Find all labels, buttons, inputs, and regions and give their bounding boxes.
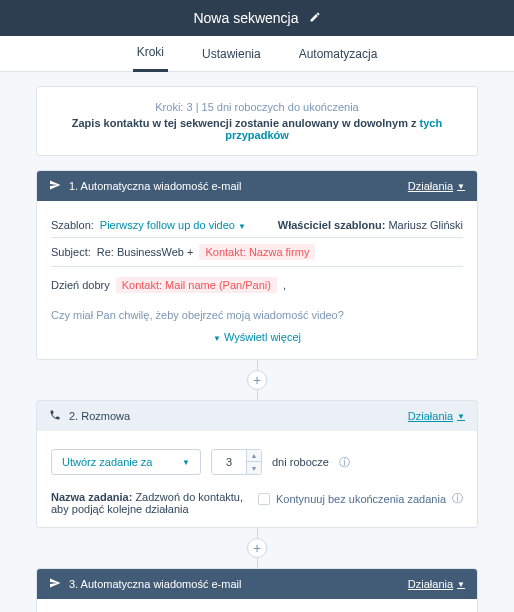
step-1-header: 1. Automatyczna wiadomość e-mail Działan… (37, 171, 477, 201)
paper-plane-icon (49, 577, 61, 591)
tab-automation[interactable]: Automatyzacja (295, 37, 382, 71)
info-icon[interactable]: ⓘ (452, 491, 463, 506)
topbar: Nowa sekwencja (0, 0, 514, 36)
add-step-button[interactable]: + (247, 370, 267, 390)
tabs: Kroki Ustawienia Automatyzacja (0, 36, 514, 72)
tab-settings[interactable]: Ustawienia (198, 37, 265, 71)
body-preview: Czy miał Pan chwilę, żeby obejrzeć moją … (51, 299, 463, 325)
template-owner: Właściciel szablonu: Mariusz Gliński (278, 219, 463, 231)
connector-1: + (36, 360, 478, 400)
chevron-down-icon: ▼ (457, 412, 465, 421)
step-2-actions[interactable]: Działania▼ (408, 410, 465, 422)
info-card: Kroki: 3 | 15 dni roboczych do ukończeni… (36, 86, 478, 156)
task-name: Nazwa zadania: Zadzwoń do kontaktu, aby … (51, 491, 246, 515)
paper-plane-icon (49, 179, 61, 193)
add-step-button[interactable]: + (247, 538, 267, 558)
tab-steps[interactable]: Kroki (133, 35, 168, 72)
template-label: Szablon: (51, 219, 94, 231)
days-input[interactable] (212, 450, 246, 474)
connector-2: + (36, 528, 478, 568)
chevron-down-icon: ▼ (457, 182, 465, 191)
info-summary: Kroki: 3 | 15 dni roboczych do ukończeni… (51, 101, 463, 113)
task-timing-select[interactable]: Utwórz zadanie za▼ (51, 449, 201, 475)
step-3-title: 3. Automatyczna wiadomość e-mail (69, 578, 241, 590)
step-down[interactable]: ▼ (247, 462, 261, 474)
continue-label: Kontynuuj bez ukończenia zadania (276, 493, 446, 505)
chevron-down-icon: ▼ (182, 458, 190, 467)
subject-label: Subject: (51, 246, 91, 258)
step-2-title: 2. Rozmowa (69, 410, 130, 422)
phone-icon (49, 409, 61, 423)
edit-title-icon[interactable] (309, 11, 321, 26)
greeting-token[interactable]: Kontakt: Mail name (Pan/Pani) (116, 277, 277, 293)
step-2: 2. Rozmowa Działania▼ Utwórz zadanie za▼… (36, 400, 478, 528)
page-title: Nowa sekwencja (193, 10, 298, 26)
info-icon[interactable]: ⓘ (339, 455, 350, 470)
step-3-actions[interactable]: Działania▼ (408, 578, 465, 590)
step-1-actions[interactable]: Działania▼ (408, 180, 465, 192)
chevron-down-icon: ▼ (457, 580, 465, 589)
step-3-header: 3. Automatyczna wiadomość e-mail Działan… (37, 569, 477, 599)
step-2-header: 2. Rozmowa Działania▼ (37, 401, 477, 431)
step-up[interactable]: ▲ (247, 450, 261, 462)
template-select[interactable]: Pierwszy follow up do video ▼ (100, 219, 246, 231)
continue-checkbox[interactable] (258, 493, 270, 505)
info-cancel-note: Zapis kontaktu w tej sekwencji zostanie … (51, 117, 463, 141)
days-unit: dni robocze (272, 456, 329, 468)
step-1-title: 1. Automatyczna wiadomość e-mail (69, 180, 241, 192)
chevron-down-icon: ▼ (238, 222, 246, 231)
subject-text: Re: BusinessWeb + (97, 246, 194, 258)
step-3: 3. Automatyczna wiadomość e-mail Działan… (36, 568, 478, 612)
step-1: 1. Automatyczna wiadomość e-mail Działan… (36, 170, 478, 360)
greeting: Dzień dobry (51, 279, 110, 291)
days-input-wrap: ▲ ▼ (211, 449, 262, 475)
show-more[interactable]: ▼ Wyświetl więcej (51, 325, 463, 347)
subject-token[interactable]: Kontakt: Nazwa firmy (199, 244, 315, 260)
